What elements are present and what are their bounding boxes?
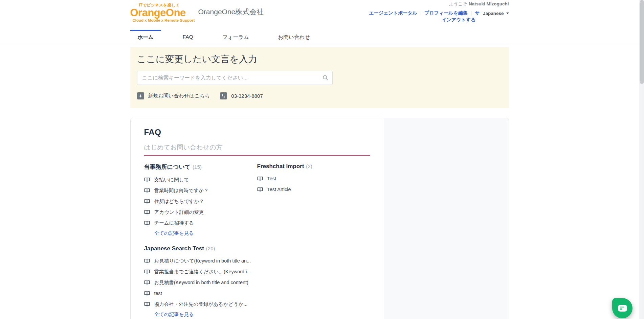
hero-banner: ここに変更したい文言を入力 新規お問い合わせはこちら [130,47,509,108]
book-icon [144,220,150,226]
category-japanese-search-test: Japanese Search Test (20) お見積りについて(Keywo… [144,245,257,318]
sign-out-link-wrapped[interactable]: サインアウトする [369,17,509,24]
faq-column-right: Freshchat Import (2) Test Test Article [257,163,370,319]
phone-icon [220,92,227,99]
book-icon [144,258,150,264]
portal-title: OrangeOne株式会社 [198,7,264,19]
logo-tagline-bottom: Cloud x Mobile x Remote Support [133,19,195,23]
faq-subheading-link[interactable]: はじめてお問い合わせの方 [144,143,370,156]
scrollbar-thumb[interactable] [640,0,644,84]
phone-contact[interactable]: 03-3234-8807 [220,92,263,99]
category-count: (15) [193,164,202,170]
tab-faq[interactable]: FAQ [175,30,201,45]
phone-number: 03-3234-8807 [231,93,263,99]
see-all-articles-link[interactable]: 全ての記事を見る [154,311,194,318]
book-icon [144,209,150,215]
category-count: (20) [206,246,215,251]
new-ticket-label: 新規お問い合わせはこちら [148,93,210,99]
portal-nav: ホーム FAQ フォーラム お問い合わせ [0,30,639,45]
article-link[interactable]: Test [257,173,370,184]
category-title[interactable]: Freshchat Import [257,163,304,170]
search-input[interactable] [137,71,333,85]
book-icon [144,188,150,193]
article-link[interactable]: test [144,288,257,299]
welcome-message: ようこそ Natsuki Mizoguchi [369,1,509,7]
article-link[interactable]: お見積書(Keyword in both title and content) [144,277,257,288]
article-link[interactable]: 営業時間は何時ですか？ [144,185,257,196]
user-block: ようこそ Natsuki Mizoguchi エージェントポータル プロフィール… [369,1,509,24]
book-icon [144,177,150,183]
logo-text-stack: ITでビジネスを楽しく OrangeOne Cloud x Mobile x R… [130,3,195,23]
chat-bubble-icon [618,305,627,312]
book-icon [144,301,150,307]
category-count: (2) [306,163,312,169]
welcome-prefix: ようこそ [449,1,467,6]
chevron-down-icon [506,13,509,14]
tab-contact[interactable]: お問い合わせ [271,30,317,45]
plus-icon [137,92,144,99]
faq-sidebar-panel [384,118,509,319]
hero-title: ここに変更したい文言を入力 [137,53,502,65]
faq-card: FAQ はじめてお問い合わせの方 当事務所について (15) 支払いに関して [130,118,509,319]
article-list: 支払いに関して 営業時間は何時ですか？ 住所はどちらですか？ [144,174,257,228]
see-all-articles-link[interactable]: 全ての記事を見る [154,230,194,236]
edit-profile-link[interactable]: プロフィールを編集 [424,10,468,16]
article-link[interactable]: チームに招待する [144,218,257,228]
article-link[interactable]: お見積りについて(Keyword in both title an... [144,255,257,266]
article-link[interactable]: 営業担当までご連絡ください。(Keyword i... [144,266,257,277]
article-link[interactable]: 協力会社・外注先の登録があるかどうか... [144,299,257,310]
book-icon [257,176,263,182]
search-bar [137,71,333,85]
category-title[interactable]: Japanese Search Test [144,245,204,252]
company-logo[interactable]: ITでビジネスを楽しく OrangeOne Cloud x Mobile x R… [130,3,264,23]
tab-forums[interactable]: フォーラム [215,30,257,45]
new-ticket-button[interactable]: 新規お問い合わせはこちら [137,92,210,99]
hero-actions: 新規お問い合わせはこちら 03-3234-8807 [137,92,502,99]
book-icon [257,187,263,192]
article-link[interactable]: 住所はどちらですか？ [144,196,257,207]
agent-portal-link[interactable]: エージェントポータル [369,10,417,16]
faq-column-left: 当事務所について (15) 支払いに関して 営業時間は何時ですか？ [144,163,257,319]
faq-main: FAQ はじめてお問い合わせの方 当事務所について (15) 支払いに関して [131,118,384,319]
category-title[interactable]: 当事務所について [144,163,191,171]
chat-launcher-button[interactable] [612,298,632,318]
faq-heading: FAQ [144,128,370,137]
scrollbar[interactable] [639,0,644,319]
language-selected-value: Japanese [483,11,504,16]
logo-brand-text: OrangeOne [130,7,195,18]
book-icon [144,269,150,275]
article-link[interactable]: アカウント詳細の変更 [144,207,257,218]
book-icon [144,199,150,204]
category-freshchat-import: Freshchat Import (2) Test Test Article [257,163,370,195]
portal-page: ITでビジネスを楽しく OrangeOne Cloud x Mobile x R… [0,0,639,319]
site-header: ITでビジネスを楽しく OrangeOne Cloud x Mobile x R… [0,0,639,30]
language-selector[interactable]: Japanese [483,11,509,16]
article-link[interactable]: Test Article [257,184,370,195]
faq-category-grid: 当事務所について (15) 支払いに関して 営業時間は何時ですか？ [144,163,370,319]
book-icon [144,280,150,286]
sign-out-link[interactable]: サインアウトする [475,10,480,16]
article-list: お見積りについて(Keyword in both title an... 営業担… [144,255,257,310]
tab-home[interactable]: ホーム [130,30,161,45]
header-links: エージェントポータル プロフィールを編集 サインアウトする Japanese [369,10,509,16]
divider [471,11,471,16]
user-name: Natsuki Mizoguchi [469,1,509,6]
divider [421,11,421,16]
article-list: Test Test Article [257,173,370,195]
article-link[interactable]: 支払いに関して [144,174,257,185]
search-icon[interactable] [322,74,329,82]
category-about-office: 当事務所について (15) 支払いに関して 営業時間は何時ですか？ [144,163,257,236]
book-icon [144,291,150,296]
